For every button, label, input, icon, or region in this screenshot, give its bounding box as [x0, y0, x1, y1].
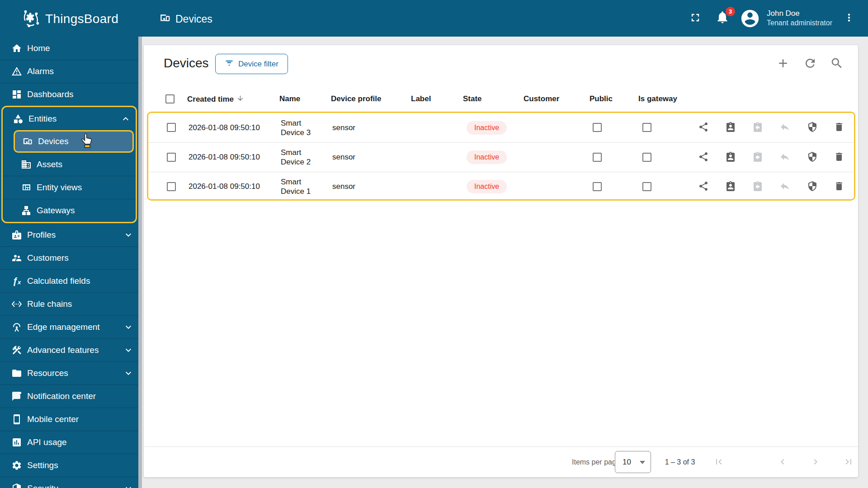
- share-icon: [698, 122, 709, 134]
- sidebar-item-customers[interactable]: Customers: [0, 246, 138, 269]
- first-page-button[interactable]: [713, 457, 724, 468]
- thingsboard-logo: ThingsBoard: [20, 8, 118, 30]
- home-icon: [11, 43, 22, 54]
- cell-created-time: 2026-01-08 09:50:10: [189, 182, 260, 191]
- column-header-public[interactable]: Public: [590, 94, 613, 103]
- user-role: Tenant administrator: [767, 18, 832, 28]
- table-row[interactable]: 2026-01-08 09:50:10 Smart Device 3 senso…: [148, 113, 854, 142]
- breadcrumb[interactable]: Devices: [159, 12, 212, 26]
- sidebar-item-home[interactable]: Home: [0, 37, 138, 60]
- table-header-row: Created time Name Device profile Label S…: [144, 88, 858, 111]
- column-header-created-time[interactable]: Created time: [187, 94, 244, 104]
- notifications-bell-icon: [715, 18, 730, 26]
- user-info[interactable]: John Doe Tenant administrator: [767, 9, 832, 28]
- make-private-button[interactable]: [779, 151, 791, 163]
- table-row[interactable]: 2026-01-08 09:50:10 Smart Device 2 senso…: [148, 142, 854, 172]
- fullscreen-button[interactable]: [688, 11, 703, 25]
- unassign-from-customer-button[interactable]: [752, 151, 764, 163]
- public-checkbox[interactable]: [593, 182, 602, 191]
- is-gateway-checkbox[interactable]: [642, 182, 651, 191]
- search-icon: [830, 56, 844, 71]
- sidebar-item-calculated-fields[interactable]: ƒx Calculated fields: [0, 269, 138, 292]
- sidebar-item-entity-views[interactable]: Entity views: [3, 176, 136, 199]
- sidebar-item-mobile-center[interactable]: Mobile center: [0, 408, 138, 431]
- more-menu-button[interactable]: [842, 11, 856, 25]
- sidebar-item-devices[interactable]: Devices: [14, 130, 134, 153]
- assign-to-customer-button[interactable]: [725, 151, 736, 163]
- delete-device-button[interactable]: [833, 122, 845, 134]
- notification-icon: [11, 391, 22, 402]
- column-header-state[interactable]: State: [463, 94, 482, 103]
- sidebar-item-label: Devices: [38, 136, 69, 146]
- page-size-select[interactable]: 10: [615, 451, 651, 473]
- search-button[interactable]: [830, 56, 844, 71]
- sidebar-item-settings[interactable]: Settings: [0, 454, 138, 477]
- add-device-button[interactable]: [776, 56, 790, 71]
- row-checkbox[interactable]: [167, 123, 176, 132]
- make-public-button[interactable]: [698, 151, 709, 163]
- sidebar-item-gateways[interactable]: Gateways: [3, 199, 136, 222]
- sidebar-item-notification-center[interactable]: Notification center: [0, 385, 138, 408]
- sidebar-item-advanced-features[interactable]: Advanced features: [0, 338, 138, 361]
- sidebar-item-label: Calculated fields: [27, 276, 90, 286]
- delete-device-button[interactable]: [833, 151, 845, 163]
- column-header-device-profile[interactable]: Device profile: [331, 94, 382, 103]
- pagination-range: 1 – 3 of 3: [653, 458, 707, 466]
- unassign-from-customer-button[interactable]: [752, 181, 764, 192]
- delete-device-button[interactable]: [833, 181, 845, 192]
- tools-icon: [11, 345, 22, 356]
- prev-page-button[interactable]: [777, 457, 788, 468]
- is-gateway-checkbox[interactable]: [642, 153, 651, 162]
- is-gateway-checkbox[interactable]: [642, 123, 651, 132]
- public-checkbox[interactable]: [593, 123, 602, 132]
- row-checkbox[interactable]: [167, 153, 176, 162]
- notifications-button[interactable]: 3: [715, 10, 731, 26]
- cell-device-profile: sensor: [332, 153, 355, 162]
- avatar[interactable]: [740, 8, 760, 29]
- thingsboard-logo-icon: [20, 8, 41, 30]
- sidebar-item-label: Rule chains: [27, 299, 72, 309]
- sidebar-item-dashboards[interactable]: Dashboards: [0, 83, 138, 106]
- sidebar-item-edge-management[interactable]: Edge management: [0, 315, 138, 338]
- column-header-customer[interactable]: Customer: [524, 94, 559, 103]
- unassign-from-customer-button[interactable]: [752, 122, 764, 134]
- device-filter-button[interactable]: Device filter: [215, 54, 288, 74]
- last-page-button[interactable]: [843, 457, 854, 468]
- sidebar-item-label: Customers: [27, 253, 69, 263]
- column-header-name[interactable]: Name: [279, 94, 300, 103]
- select-all-checkbox[interactable]: [165, 94, 175, 103]
- assign-to-customer-button[interactable]: [725, 122, 736, 134]
- public-checkbox[interactable]: [593, 153, 602, 162]
- manage-credentials-button[interactable]: [807, 151, 818, 163]
- sidebar-item-label: Advanced features: [27, 345, 99, 355]
- manage-credentials-button[interactable]: [807, 181, 818, 192]
- sidebar-scrollbar[interactable]: [138, 37, 142, 488]
- assign-to-customer-button[interactable]: [725, 181, 736, 192]
- sidebar-item-resources[interactable]: Resources: [0, 361, 138, 385]
- row-checkbox[interactable]: [167, 182, 176, 191]
- make-private-button[interactable]: [779, 181, 791, 192]
- sidebar-item-alarms[interactable]: Alarms: [0, 60, 138, 83]
- shield-icon: [11, 483, 22, 488]
- column-header-label[interactable]: Label: [411, 94, 431, 103]
- next-page-button[interactable]: [810, 457, 821, 468]
- table-row[interactable]: 2026-01-08 09:50:10 Smart Device 1 senso…: [148, 172, 854, 201]
- sidebar-item-security[interactable]: Security: [0, 477, 138, 488]
- sidebar-item-api-usage[interactable]: API usage: [0, 431, 138, 454]
- make-public-button[interactable]: [698, 122, 709, 134]
- trash-icon: [834, 151, 844, 164]
- make-public-button[interactable]: [698, 181, 709, 192]
- sidebar-item-profiles[interactable]: Profiles: [0, 223, 138, 246]
- sidebar-item-rule-chains[interactable]: Rule chains: [0, 292, 138, 315]
- reply-arrow-icon: [779, 122, 790, 134]
- sidebar-item-assets[interactable]: Assets: [3, 153, 136, 176]
- make-private-button[interactable]: [779, 122, 791, 134]
- refresh-button[interactable]: [803, 56, 817, 71]
- sidebar-item-entities[interactable]: Entities: [3, 107, 136, 130]
- column-header-is-gateway[interactable]: Is gateway: [638, 94, 677, 103]
- add-icon: [776, 56, 790, 71]
- manage-credentials-button[interactable]: [807, 122, 818, 134]
- building-icon: [21, 159, 32, 170]
- trash-icon: [834, 122, 844, 134]
- sidebar-item-label: Entities: [28, 114, 57, 124]
